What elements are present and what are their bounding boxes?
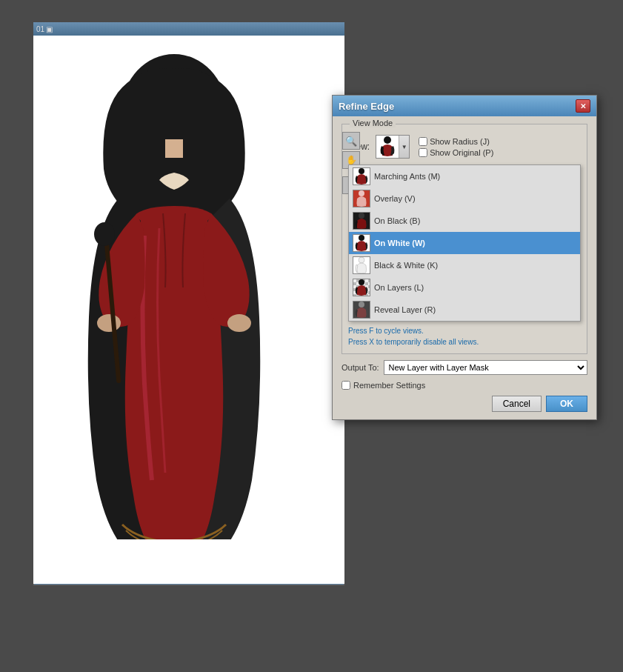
remember-label: Remember Settings: [353, 381, 425, 390]
show-radius-label: Show Radius (J): [430, 137, 490, 146]
zoom-tool-btn[interactable]: 🔍: [342, 132, 360, 150]
menu-item-onlayers-label: On Layers (L): [374, 283, 424, 292]
menu-item-marching[interactable]: Marching Ants (M): [349, 165, 580, 187]
svg-point-12: [359, 257, 364, 263]
zoom-icon: 🔍: [345, 136, 357, 147]
output-select[interactable]: New Layer with Layer Mask: [384, 360, 587, 375]
menu-item-reveal[interactable]: Reveal Layer (R): [349, 299, 580, 321]
show-radius-row: Show Radius (J): [419, 137, 493, 146]
svg-point-6: [94, 222, 115, 246]
thumb-overlay: [353, 190, 370, 207]
dialog-titlebar: Refine Edge ✕: [333, 96, 596, 116]
menu-item-bw-label: Black & White (K): [374, 261, 438, 270]
svg-point-9: [359, 190, 364, 196]
svg-point-13: [359, 279, 364, 285]
menu-item-bw[interactable]: Black & White (K): [349, 254, 580, 276]
canvas-titlebar: 01 ▣: [33, 22, 344, 36]
figure-svg: [78, 50, 270, 539]
ok-button[interactable]: OK: [546, 396, 587, 412]
dialog-body: View Mode View: ▼: [333, 116, 596, 419]
svg-point-4: [227, 314, 251, 332]
view-dropdown-wrapper[interactable]: ▼: [376, 135, 410, 159]
output-row: Output To: New Layer with Layer Mask: [342, 360, 587, 375]
hand-icon: ✋: [346, 155, 357, 165]
thumb-reveal: [353, 301, 370, 319]
output-to-label: Output To:: [342, 363, 379, 372]
canvas-tab-label: 01: [36, 25, 44, 33]
thumb-onlayers: [353, 279, 370, 296]
remember-checkbox[interactable]: [342, 381, 350, 390]
view-mode-label: View Mode: [350, 119, 396, 127]
thumb-bw: [353, 256, 370, 274]
dialog: Refine Edge ✕ View Mode View:: [332, 95, 597, 420]
canvas-content: [33, 36, 344, 584]
view-row: View: ▼: [348, 135, 581, 159]
menu-item-reveal-label: Reveal Layer (R): [374, 305, 436, 314]
thumb-onblack: [353, 212, 370, 230]
view-thumbnail: [376, 136, 399, 158]
close-icon: ✕: [580, 102, 586, 110]
svg-rect-2: [165, 139, 183, 158]
dialog-title: Refine Edge: [339, 101, 394, 112]
remember-row: Remember Settings: [342, 381, 587, 390]
menu-item-overlay-label: Overlay (V): [374, 194, 416, 203]
dropdown-arrow[interactable]: ▼: [399, 136, 409, 158]
menu-item-onwhite[interactable]: On White (W): [349, 232, 580, 254]
thumb-onwhite: [353, 234, 370, 252]
show-radius-checkbox[interactable]: [419, 137, 427, 146]
hint1: Press F to cycle views.: [348, 325, 581, 336]
close-button[interactable]: ✕: [576, 99, 590, 113]
svg-point-10: [359, 213, 364, 219]
thumb-marching: [353, 167, 370, 185]
menu-item-onlayers[interactable]: On Layers (L): [349, 276, 580, 299]
svg-point-14: [359, 302, 364, 307]
canvas-icon: ▣: [46, 25, 53, 33]
svg-point-7: [384, 136, 391, 144]
hint2: Press X to temporarily disable all views…: [348, 336, 581, 347]
svg-point-8: [359, 168, 364, 174]
cancel-button[interactable]: Cancel: [492, 396, 542, 412]
checkboxes-group: Show Radius (J) Show Original (P): [419, 137, 493, 157]
menu-item-overlay[interactable]: Overlay (V): [349, 187, 580, 210]
menu-item-onblack-label: On Black (B): [374, 216, 420, 225]
show-original-label: Show Original (P): [430, 148, 493, 157]
view-mode-section: View Mode View: ▼: [342, 124, 587, 354]
view-dropdown-menu: Marching Ants (M) Overlay (V) On Black (…: [348, 164, 581, 322]
show-original-row: Show Original (P): [419, 148, 493, 157]
menu-item-onwhite-label: On White (W): [374, 239, 425, 247]
button-row: Cancel OK: [342, 396, 587, 412]
menu-item-marching-label: Marching Ants (M): [374, 172, 440, 181]
show-original-checkbox[interactable]: [419, 148, 427, 157]
svg-point-3: [97, 314, 121, 332]
menu-item-onblack[interactable]: On Black (B): [349, 210, 580, 232]
output-select-wrapper: New Layer with Layer Mask: [384, 360, 587, 375]
svg-point-11: [359, 235, 364, 241]
